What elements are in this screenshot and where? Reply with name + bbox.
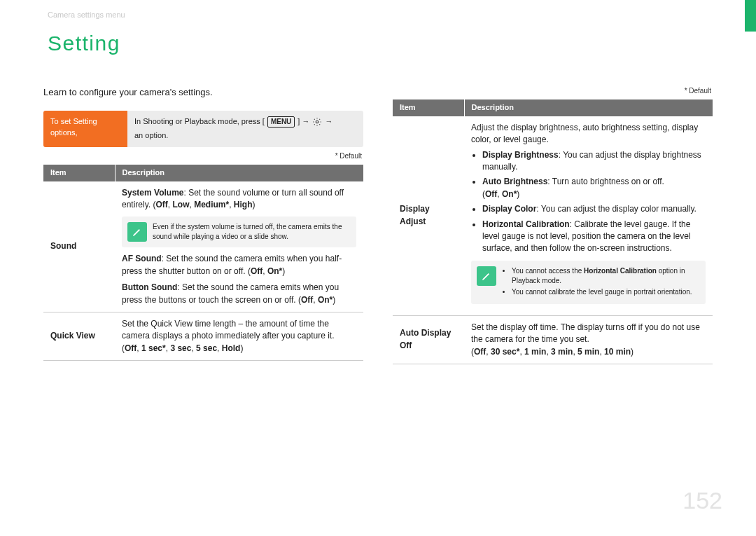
btn-off: Off <box>301 295 313 305</box>
note2: You cannot calibrate the level gauge in … <box>512 287 699 297</box>
af-close: ) <box>282 266 285 276</box>
table-row-sound: Sound System Volume: Set the sound volum… <box>43 181 363 312</box>
item-sound: Sound <box>43 181 115 312</box>
col-header-item: Item <box>43 165 115 181</box>
ab-on-star: On* <box>502 189 517 199</box>
ab-desc: : Turn auto brightness on or off. <box>547 177 664 186</box>
quickview-desc: Set the Quick View time length – the amo… <box>122 319 334 341</box>
hc-label: Horizontal Calibration <box>482 219 570 229</box>
item-display-adjust: Display Adjust <box>393 116 464 315</box>
db-label: Display Brightness <box>482 150 559 160</box>
instruction-body: In Shooting or Playback mode, press [ ME… <box>127 111 363 147</box>
qv-1s: 1 sec* <box>141 343 166 353</box>
manual-page: Camera settings menu Setting Learn to co… <box>0 0 756 536</box>
ado-close: ) <box>631 347 634 357</box>
note-display-adjust: You cannot access the Horizontal Calibra… <box>471 261 706 304</box>
ado-desc: Set the display off time. The display tu… <box>471 322 706 346</box>
dc-label: Display Color <box>482 204 536 214</box>
pen-icon <box>127 222 147 242</box>
qv-close: ) <box>240 343 243 353</box>
btn-close: ) <box>332 295 335 305</box>
note1-pre: You cannot access the <box>512 267 584 275</box>
table-row-display-adjust: Display Adjust Adjust the display bright… <box>393 116 713 315</box>
table-row-quickview: Quick View Set the Quick View time lengt… <box>43 312 363 361</box>
section-tab <box>745 0 756 32</box>
table-row-auto-display-off: Auto Display Off Set the display off tim… <box>393 315 713 364</box>
af-on-star: On* <box>267 266 282 276</box>
svg-point-0 <box>316 121 319 124</box>
pen-icon <box>477 266 496 286</box>
intro-text: Learn to configure your camera's setting… <box>43 86 363 99</box>
default-note-right: * Default <box>393 86 713 97</box>
left-column: Learn to configure your camera's setting… <box>43 86 363 364</box>
ab-off: Off <box>485 189 497 199</box>
ado-30s: 30 sec* <box>491 347 519 357</box>
note1-bold: Horizontal Calibration <box>584 267 657 275</box>
ab-label: Auto Brightness <box>482 177 547 186</box>
ado-10m: 10 min <box>604 347 631 357</box>
settings-table-left: Item Description Sound System Volume: Se… <box>43 165 363 361</box>
dc-desc: : You can adjust the display color manua… <box>536 204 696 214</box>
page-title: Setting <box>48 28 729 59</box>
note-sound-text: Even if the system volume is turned off,… <box>153 223 342 240</box>
qv-off: Off <box>125 343 136 353</box>
settings-table-right: Item Description Display Adjust Adjust t… <box>393 99 713 364</box>
qv-5s: 5 sec <box>196 343 217 353</box>
instruction-post: an option. <box>134 130 168 142</box>
item-auto-display-off: Auto Display Off <box>393 315 464 364</box>
qv-hold: Hold <box>222 343 241 353</box>
ado-5m: 5 min <box>578 347 599 357</box>
btn-on-star: On* <box>318 295 332 305</box>
right-column: * Default Item Description Display Adjus… <box>393 86 713 364</box>
default-note-left: * Default <box>43 151 363 162</box>
opt-close: ) <box>253 200 255 209</box>
item-quickview: Quick View <box>43 312 115 361</box>
af-sound-label: AF Sound <box>122 254 162 263</box>
system-volume-label: System Volume <box>122 188 183 198</box>
instruction-callout: To set Setting options, In Shooting or P… <box>43 111 363 147</box>
opt-off: Off <box>155 200 167 209</box>
ado-3m: 3 min <box>551 347 573 357</box>
ado-off: Off <box>474 347 486 357</box>
instruction-label: To set Setting options, <box>43 111 127 147</box>
page-number: 152 <box>682 483 722 518</box>
col-header-item-r: Item <box>393 99 464 116</box>
opt-low: Low <box>172 200 189 209</box>
button-sound-label: Button Sound <box>122 282 177 292</box>
opt-high: High <box>234 200 253 209</box>
ado-1m: 1 min <box>524 347 546 357</box>
col-header-description-r: Description <box>464 99 713 116</box>
instruction-arrow-1: ] → <box>298 116 309 128</box>
ab-close: ) <box>517 189 519 199</box>
qv-3s: 3 sec <box>170 343 191 353</box>
breadcrumb: Camera settings menu <box>48 10 729 21</box>
opt-medium: Medium* <box>194 200 229 209</box>
da-lead: Adjust the display brightness, auto brig… <box>471 122 706 146</box>
af-off: Off <box>251 266 262 276</box>
instruction-arrow-2: → <box>325 116 332 128</box>
col-header-description: Description <box>115 165 363 181</box>
gear-icon <box>312 117 322 127</box>
note-sound: Even if the system volume is turned off,… <box>122 217 356 247</box>
menu-button-label: MENU <box>267 116 295 128</box>
instruction-pre: In Shooting or Playback mode, press [ <box>134 116 265 128</box>
